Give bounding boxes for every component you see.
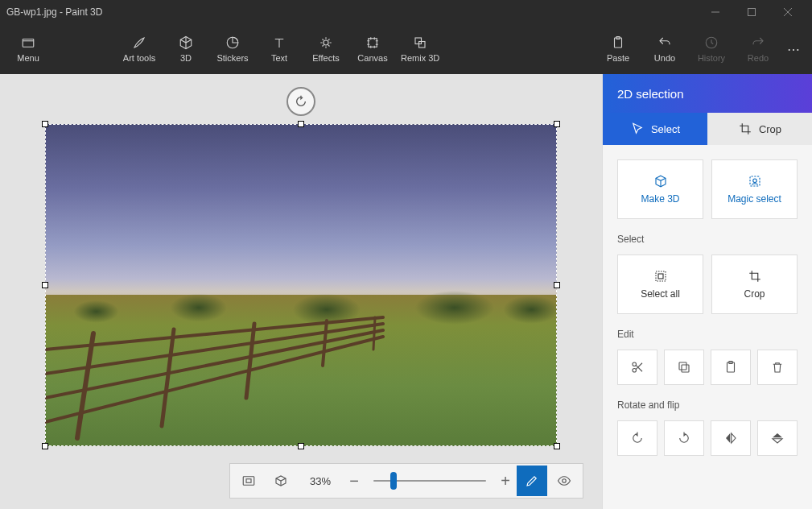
canvas-icon (365, 35, 380, 50)
paste-button-2[interactable] (711, 350, 751, 385)
history-icon (704, 35, 719, 50)
svg-rect-14 (246, 479, 251, 483)
crop-icon (738, 122, 752, 136)
ribbon-label: Undo (654, 53, 675, 63)
history-button[interactable]: History (688, 25, 735, 73)
redo-button[interactable]: Redo (735, 25, 781, 73)
crop-button[interactable]: Crop (711, 254, 798, 314)
rotate-right-button[interactable] (664, 420, 704, 456)
delete-button[interactable] (757, 350, 798, 385)
flip-horizontal-button[interactable] (711, 420, 751, 456)
resize-handle-br[interactable] (554, 443, 560, 449)
zoom-slider[interactable] (365, 466, 494, 496)
resize-handle-bl[interactable] (42, 443, 48, 449)
svg-rect-23 (679, 362, 686, 370)
rotate-right-icon (677, 431, 691, 445)
effects-icon (319, 35, 333, 50)
tile-label: Select all (641, 288, 680, 300)
resize-handle-tl[interactable] (42, 121, 48, 127)
copy-button[interactable] (664, 350, 704, 385)
close-button[interactable] (769, 0, 806, 24)
cut-button[interactable] (617, 350, 657, 385)
magic-select-button[interactable]: Magic select (711, 159, 798, 219)
remix-3d-button[interactable]: Remix 3D (396, 25, 444, 73)
tab-label: Select (651, 123, 680, 135)
titlebar: GB-wp1.jpg - Paint 3D (0, 0, 812, 24)
brush-icon (132, 35, 146, 50)
zoom-bar: 33% − + (229, 463, 583, 499)
resize-handle-bc[interactable] (298, 443, 304, 449)
cursor-icon (630, 122, 645, 136)
svg-point-17 (752, 179, 756, 183)
redo-icon (751, 35, 765, 50)
svg-rect-16 (750, 176, 760, 186)
svg-rect-22 (682, 365, 689, 372)
tile-label: Make 3D (641, 193, 679, 205)
sticker-icon (225, 35, 240, 50)
canvas-area[interactable]: 33% − + (0, 74, 602, 509)
copy-icon (677, 360, 691, 375)
cube-icon (179, 35, 193, 50)
svg-rect-4 (23, 39, 34, 48)
section-label-select: Select (617, 234, 798, 245)
flip-v-icon (770, 431, 785, 445)
resize-handle-ml[interactable] (42, 282, 48, 288)
ribbon-label: Effects (312, 53, 339, 63)
3d-button[interactable]: 3D (163, 25, 209, 73)
zoom-in-button[interactable]: + (496, 466, 515, 496)
select-all-button[interactable]: Select all (617, 254, 703, 314)
scissors-icon (630, 360, 645, 375)
svg-rect-13 (243, 477, 254, 486)
paste-button[interactable]: Paste (595, 25, 641, 73)
section-label-edit: Edit (617, 329, 798, 340)
svg-rect-9 (419, 42, 426, 48)
paste-icon (723, 360, 738, 375)
art-tools-button[interactable]: Art tools (116, 25, 163, 73)
make-3d-button[interactable]: Make 3D (617, 159, 703, 219)
svg-point-6 (324, 40, 328, 45)
canvas-button[interactable]: Canvas (349, 25, 396, 73)
trash-icon (770, 360, 785, 375)
menu-button[interactable]: Menu (5, 25, 52, 73)
remix-icon (413, 35, 427, 50)
view-3d-button[interactable] (266, 466, 296, 496)
undo-icon (657, 35, 672, 50)
zoom-out-button[interactable]: − (344, 466, 364, 496)
ribbon-label: Canvas (357, 53, 387, 63)
ribbon-label: History (698, 53, 725, 63)
fit-screen-button[interactable] (233, 466, 264, 496)
ribbon-label: Menu (17, 53, 39, 63)
cube-icon (653, 174, 668, 188)
edit-mode-button[interactable] (517, 466, 547, 496)
magic-select-icon (748, 174, 762, 188)
tab-select[interactable]: Select (603, 113, 707, 145)
select-all-icon (653, 269, 668, 283)
rotate-handle[interactable] (286, 87, 315, 116)
flip-vertical-button[interactable] (757, 420, 798, 456)
tab-label: Crop (759, 123, 781, 135)
view-mode-button[interactable] (549, 466, 579, 496)
tab-crop[interactable]: Crop (707, 113, 812, 145)
ribbon-label: 3D (180, 53, 192, 63)
resize-handle-tc[interactable] (298, 121, 304, 127)
image-selection[interactable] (45, 124, 557, 446)
effects-button[interactable]: Effects (303, 25, 349, 73)
zoom-level[interactable]: 33% (298, 475, 343, 487)
ribbon-label: Remix 3D (401, 53, 439, 63)
undo-button[interactable]: Undo (641, 25, 688, 73)
svg-rect-1 (748, 9, 755, 16)
stickers-button[interactable]: Stickers (209, 25, 256, 73)
tile-label: Crop (744, 288, 765, 300)
resize-handle-tr[interactable] (554, 121, 560, 127)
minimize-button[interactable] (697, 0, 733, 24)
panel-title: 2D selection (603, 74, 812, 113)
window-title: GB-wp1.jpg - Paint 3D (6, 6, 697, 18)
resize-handle-mr[interactable] (554, 282, 560, 288)
crop-icon (748, 269, 762, 283)
more-button[interactable]: ⋯ (781, 42, 807, 57)
maximize-button[interactable] (733, 0, 769, 24)
section-label-rotate: Rotate and flip (617, 399, 798, 411)
folder-icon (21, 35, 35, 50)
rotate-left-button[interactable] (617, 420, 657, 456)
text-button[interactable]: Text (256, 25, 303, 73)
